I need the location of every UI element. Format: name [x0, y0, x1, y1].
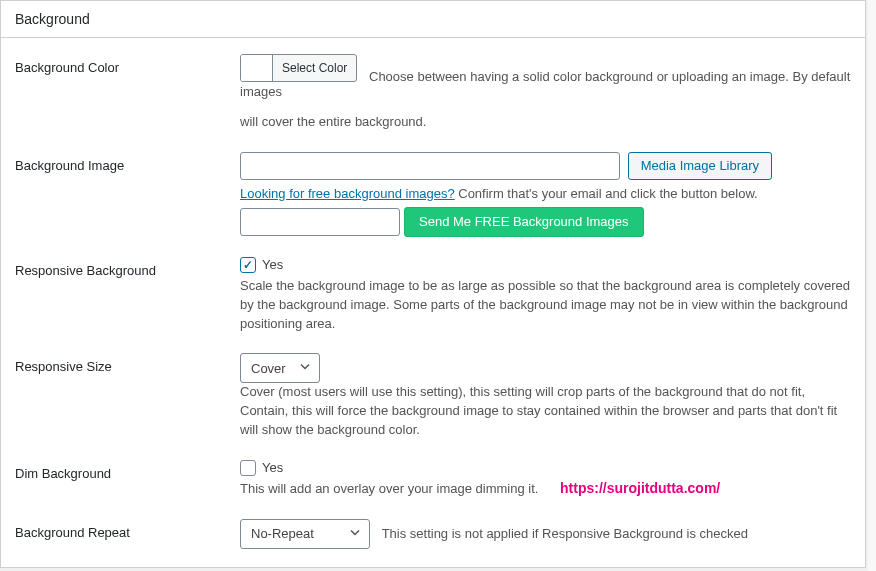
- right-gutter: [868, 0, 876, 571]
- row-dim: Dim Background Yes This will add an over…: [15, 460, 851, 499]
- size-field: Cover Cover (most users will use this se…: [240, 353, 851, 440]
- responsive-label: Responsive Background: [15, 257, 240, 278]
- chevron-down-icon: [299, 361, 311, 376]
- free-images-link[interactable]: Looking for free background images?: [240, 186, 455, 201]
- responsive-yes: Yes: [262, 257, 283, 272]
- row-size: Responsive Size Cover Cover (most users …: [15, 353, 851, 440]
- bg-color-desc-2: will cover the entire background.: [240, 113, 851, 132]
- chevron-down-icon: [349, 526, 361, 541]
- media-library-button[interactable]: Media Image Library: [628, 152, 773, 180]
- row-repeat: Background Repeat No-Repeat This setting…: [15, 519, 851, 549]
- dim-checkbox[interactable]: [240, 460, 256, 476]
- color-swatch: [241, 55, 273, 81]
- email-line: Send Me FREE Background Images: [240, 207, 851, 237]
- dim-yes: Yes: [262, 460, 283, 475]
- email-input[interactable]: [240, 208, 400, 236]
- bg-image-input[interactable]: [240, 152, 620, 180]
- repeat-value: No-Repeat: [251, 526, 314, 541]
- bg-image-field: Media Image Library Looking for free bac…: [240, 152, 851, 237]
- responsive-desc: Scale the background image to be as larg…: [240, 277, 851, 334]
- size-desc: Cover (most users will use this setting)…: [240, 383, 851, 440]
- size-select[interactable]: Cover: [240, 353, 320, 383]
- panel-body: Background Color Select Color Choose bet…: [1, 38, 865, 567]
- bg-color-label: Background Color: [15, 54, 240, 75]
- size-label: Responsive Size: [15, 353, 240, 374]
- bg-color-field: Select Color Choose between having a sol…: [240, 54, 851, 132]
- dim-label: Dim Background: [15, 460, 240, 481]
- confirm-text: Confirm that's your email and click the …: [455, 186, 758, 201]
- panel-title: Background: [1, 1, 865, 38]
- send-free-images-button[interactable]: Send Me FREE Background Images: [404, 207, 644, 237]
- responsive-checkbox[interactable]: [240, 257, 256, 273]
- bg-image-subline: Looking for free background images? Conf…: [240, 186, 851, 201]
- bg-image-label: Background Image: [15, 152, 240, 173]
- select-color-button[interactable]: Select Color: [240, 54, 357, 82]
- repeat-label: Background Repeat: [15, 519, 240, 540]
- dim-field: Yes This will add an overlay over your i…: [240, 460, 851, 499]
- repeat-field: No-Repeat This setting is not applied if…: [240, 519, 851, 549]
- size-value: Cover: [251, 361, 286, 376]
- background-panel: Background Background Color Select Color…: [0, 0, 866, 568]
- repeat-select[interactable]: No-Repeat: [240, 519, 370, 549]
- repeat-desc: This setting is not applied if Responsiv…: [382, 526, 748, 541]
- responsive-field: Yes Scale the background image to be as …: [240, 257, 851, 334]
- row-responsive: Responsive Background Yes Scale the back…: [15, 257, 851, 334]
- select-color-label: Select Color: [273, 55, 356, 81]
- row-bg-image: Background Image Media Image Library Loo…: [15, 152, 851, 237]
- row-bg-color: Background Color Select Color Choose bet…: [15, 54, 851, 132]
- dim-desc: This will add an overlay over your image…: [240, 480, 851, 499]
